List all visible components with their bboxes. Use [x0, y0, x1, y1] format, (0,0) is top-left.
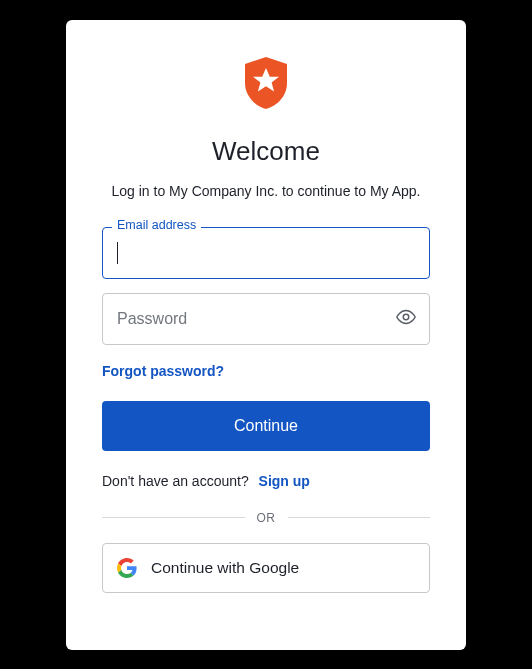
- logo-wrap: [102, 56, 430, 114]
- svg-point-1: [403, 314, 409, 320]
- signup-row: Don't have an account? Sign up: [102, 473, 430, 489]
- password-field-wrap: [102, 293, 430, 345]
- page-title: Welcome: [102, 136, 430, 167]
- auth0-logo-icon: [241, 56, 291, 114]
- divider: OR: [102, 511, 430, 525]
- login-card: Welcome Log in to My Company Inc. to con…: [66, 20, 466, 650]
- show-password-button[interactable]: [392, 305, 420, 333]
- google-icon: [117, 558, 137, 578]
- signup-link[interactable]: Sign up: [259, 473, 310, 489]
- email-input[interactable]: [102, 227, 430, 279]
- continue-button[interactable]: Continue: [102, 401, 430, 451]
- eye-icon: [395, 306, 417, 332]
- divider-line-right: [288, 517, 431, 518]
- forgot-password-link[interactable]: Forgot password?: [102, 363, 224, 379]
- email-label: Email address: [112, 219, 201, 232]
- divider-line-left: [102, 517, 245, 518]
- google-signin-button[interactable]: Continue with Google: [102, 543, 430, 593]
- divider-label: OR: [257, 511, 276, 525]
- signup-prompt: Don't have an account?: [102, 473, 249, 489]
- password-input[interactable]: [102, 293, 430, 345]
- text-cursor: [117, 242, 118, 264]
- email-field-wrap: Email address: [102, 227, 430, 279]
- page-subtitle: Log in to My Company Inc. to continue to…: [102, 181, 430, 201]
- google-signin-label: Continue with Google: [151, 559, 299, 577]
